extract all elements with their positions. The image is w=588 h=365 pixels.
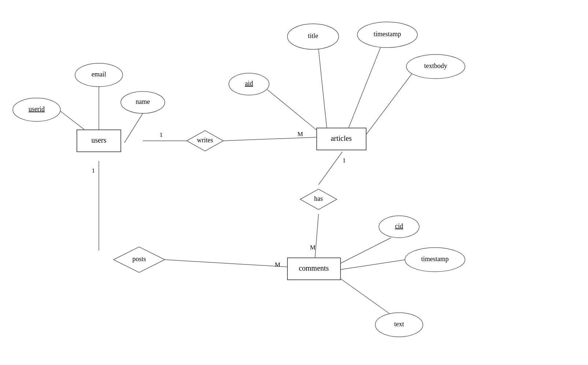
svg-line-8 bbox=[223, 137, 319, 141]
cardinality-posts-users: 1 bbox=[92, 167, 95, 174]
svg-line-15 bbox=[340, 279, 392, 315]
attr-timestamp-comments-label: timestamp bbox=[421, 255, 449, 263]
attr-timestamp-articles-label: timestamp bbox=[374, 30, 401, 38]
cardinality-writes-articles: M bbox=[297, 131, 303, 138]
attr-textbody-label: textbody bbox=[424, 62, 447, 69]
svg-line-6 bbox=[366, 71, 414, 135]
svg-line-13 bbox=[340, 238, 391, 263]
cardinality-has-comments: M bbox=[310, 244, 315, 251]
attr-email-label: email bbox=[92, 71, 106, 78]
attr-cid-label: cid bbox=[395, 222, 403, 230]
svg-line-12 bbox=[165, 260, 289, 267]
svg-line-9 bbox=[319, 152, 342, 185]
entity-articles-label: articles bbox=[331, 134, 352, 142]
svg-line-10 bbox=[315, 214, 319, 260]
attr-title-label: title bbox=[308, 32, 318, 39]
svg-line-14 bbox=[340, 260, 406, 270]
cardinality-posts-comments: M bbox=[275, 261, 280, 268]
rel-has-label: has bbox=[314, 195, 323, 202]
svg-line-2 bbox=[124, 113, 143, 143]
cardinality-has-articles: 1 bbox=[343, 157, 346, 164]
attr-text-label: text bbox=[394, 320, 404, 328]
svg-line-4 bbox=[319, 49, 327, 130]
entity-users-label: users bbox=[91, 136, 106, 144]
cardinality-writes-users: 1 bbox=[160, 131, 163, 138]
svg-line-3 bbox=[267, 90, 319, 132]
rel-writes-label: writes bbox=[197, 136, 213, 144]
svg-line-5 bbox=[348, 47, 381, 130]
attr-userid-label: userid bbox=[29, 105, 45, 113]
rel-posts-label: posts bbox=[132, 255, 146, 263]
attr-name-label: name bbox=[136, 98, 150, 105]
entity-comments-label: comments bbox=[299, 264, 329, 272]
attr-aid-label: aid bbox=[245, 80, 253, 87]
